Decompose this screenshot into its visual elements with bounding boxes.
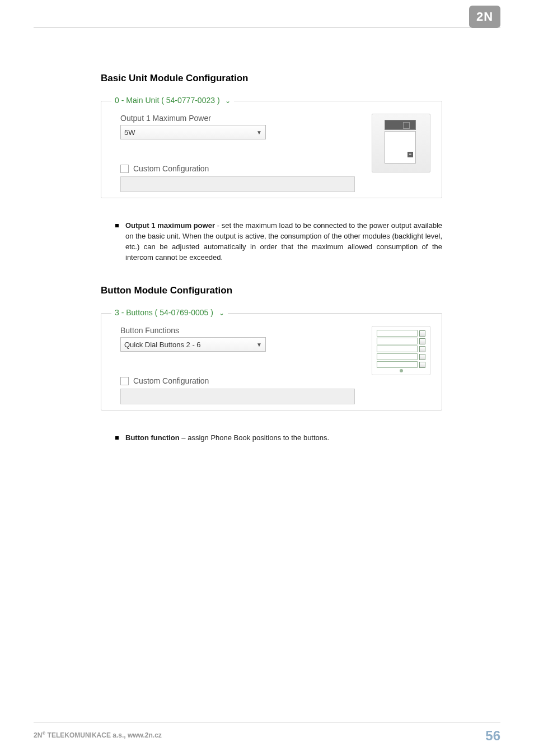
main-unit-thumbnail: ≡ xyxy=(372,114,430,172)
button-functions-label: Button Functions xyxy=(120,326,355,335)
button-functions-value: Quick Dial Buttons 2 - 6 xyxy=(124,340,201,349)
output-power-dropdown[interactable]: 5W ▼ xyxy=(120,125,266,139)
buttons-thumbnail xyxy=(372,326,430,375)
custom-config-label-1: Custom Configuration xyxy=(133,164,209,173)
custom-config-row-1: Custom Configuration xyxy=(120,164,355,173)
main-unit-form-left: Output 1 Maximum Power 5W ▼ Custom Confi… xyxy=(120,114,355,192)
footer-company-rest: TELEKOMUNIKACE a.s., www.2n.cz xyxy=(45,731,162,739)
custom-config-checkbox-2[interactable] xyxy=(120,377,129,385)
chevron-down-icon: ⌄ xyxy=(219,309,224,317)
button-row xyxy=(377,361,425,368)
header-divider xyxy=(34,27,500,27)
section1-heading: Basic Unit Module Configuration xyxy=(101,73,442,84)
chevron-down-icon: ⌄ xyxy=(225,97,231,105)
custom-config-input-1 xyxy=(120,176,355,192)
main-unit-legend[interactable]: 0 - Main Unit ( 54-0777-0023 ) ⌄ xyxy=(111,96,234,105)
page-content: Basic Unit Module Configuration 0 - Main… xyxy=(101,73,442,466)
button-row xyxy=(377,353,425,360)
section2-heading: Button Module Configuration xyxy=(101,285,442,296)
bullet-button-function-term: Button function xyxy=(125,433,180,442)
footer-company: 2N® TELEKOMUNIKACE a.s., www.2n.cz xyxy=(34,731,162,739)
bullet-button-function-desc: – assign Phone Book positions to the but… xyxy=(180,433,329,442)
buttons-form-row: Button Functions Quick Dial Buttons 2 - … xyxy=(120,326,430,404)
unit-body-icon: ≡ xyxy=(385,131,416,164)
info-panel-icon: ≡ xyxy=(407,152,413,157)
button-functions-dropdown[interactable]: Quick Dial Buttons 2 - 6 ▼ xyxy=(120,337,266,352)
custom-config-label-2: Custom Configuration xyxy=(133,376,209,385)
footer-divider xyxy=(34,722,500,722)
bullet-output-power-term: Output 1 maximum power xyxy=(125,221,215,230)
buttons-form-left: Button Functions Quick Dial Buttons 2 - … xyxy=(120,326,355,404)
dropdown-arrow-icon: ▼ xyxy=(256,129,262,136)
output-power-value: 5W xyxy=(124,128,135,137)
footer-company-name: 2N xyxy=(34,731,42,739)
bullet-button-function: Button function – assign Phone Book posi… xyxy=(115,433,442,444)
button-row xyxy=(377,330,425,337)
section1-bullets: Output 1 maximum power - set the maximum… xyxy=(115,221,442,263)
custom-config-row-2: Custom Configuration xyxy=(120,376,355,385)
buttons-legend[interactable]: 3 - Buttons ( 54-0769-0005 ) ⌄ xyxy=(111,308,228,317)
output-power-label: Output 1 Maximum Power xyxy=(120,114,355,123)
brand-logo-text: 2N xyxy=(476,10,493,24)
page-number: 56 xyxy=(485,728,500,744)
button-row xyxy=(377,346,425,352)
buttons-fieldset: 3 - Buttons ( 54-0769-0005 ) ⌄ Button Fu… xyxy=(101,313,442,410)
section2-bullets: Button function – assign Phone Book posi… xyxy=(115,433,442,444)
button-row xyxy=(377,338,425,344)
main-unit-form-row: Output 1 Maximum Power 5W ▼ Custom Confi… xyxy=(120,114,430,192)
dropdown-arrow-icon: ▼ xyxy=(256,342,262,348)
camera-icon xyxy=(385,120,416,130)
buttons-legend-text: 3 - Buttons ( 54-0769-0005 ) xyxy=(115,308,213,317)
main-unit-legend-text: 0 - Main Unit ( 54-0777-0023 ) xyxy=(115,96,220,105)
module-dot-icon xyxy=(400,369,403,372)
brand-logo: 2N xyxy=(469,6,500,28)
custom-config-input-2 xyxy=(120,389,355,404)
bullet-output-power: Output 1 maximum power - set the maximum… xyxy=(115,221,442,263)
main-unit-fieldset: 0 - Main Unit ( 54-0777-0023 ) ⌄ Output … xyxy=(101,101,442,198)
custom-config-checkbox-1[interactable] xyxy=(120,165,129,173)
